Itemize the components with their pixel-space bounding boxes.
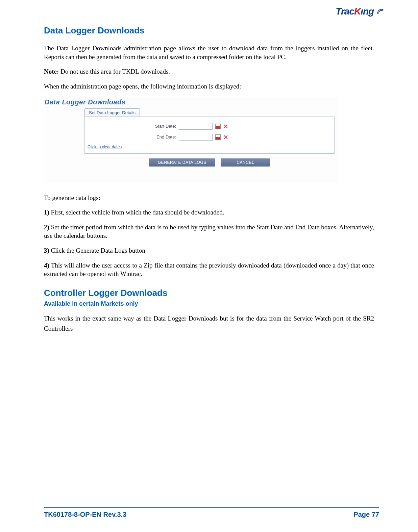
steps-intro: To generate data logs: [44,194,374,202]
step-1-text: First, select the vehicle from which the… [49,209,224,216]
note-paragraph: Note: Do not use this area for TKDL down… [44,67,374,76]
step-3: 3) Click the Generate Data Logs button. [44,246,374,255]
start-date-row: Start Date: [152,123,228,130]
button-bar: GENERATE DATA LOGS CANCEL [84,158,335,167]
clear-icon[interactable] [223,124,228,129]
cancel-button[interactable]: CANCEL [221,158,270,167]
step-3-text: Click the Generate Data Logs button. [49,247,147,254]
calendar-icon[interactable] [215,124,221,129]
step-2-text: Set the timer period from which the data… [44,224,374,239]
content-area: Data Logger Downloads The Data Logger Do… [44,7,374,334]
document-page: TracKıng Data Logger Downloads The Data … [0,0,418,532]
intro-paragraph: The Data Logger Downloads administration… [44,44,374,61]
logo-part2: K [354,6,361,17]
step-4-label: 4) [44,262,49,269]
note-text: Do not use this area for TKDL downloads. [59,68,170,75]
footer-page-number: 77 [372,511,379,518]
step-1-label: 1) [44,209,49,216]
subheading-markets: Available in certain Markets only [44,300,374,307]
clear-icon[interactable] [223,135,228,140]
heading-controller-logger: Controller Logger Downloads [44,288,374,298]
footer-page-label: Page [353,511,371,518]
clear-dates-link[interactable]: Click to clear dates [88,145,122,149]
start-date-input[interactable] [179,123,213,130]
end-date-label: End Date: [152,134,176,140]
step-2: 2) Set the timer period from which the d… [44,223,374,240]
panel-title: Data Logger Downloads [44,97,338,106]
step-3-label: 3) [44,247,49,254]
footer-doc-id: TK60178-8-OP-EN Rev.3.3 [44,511,126,518]
step-4: 4) This will allow the user access to a … [44,261,374,278]
controller-paragraph: This works in the exact same way as the … [44,313,374,334]
step-2-label: 2) [44,224,49,231]
panel-wrap: Set Data Logger Details Start Date: End … [84,108,335,167]
details-box: Start Date: End Date: Click to clear dat… [84,117,335,154]
page-footer: TK60178-8-OP-EN Rev.3.3 Page 77 [44,507,379,518]
lead-in-paragraph: When the administration page opens, the … [44,82,374,91]
heading-data-logger: Data Logger Downloads [44,25,374,36]
logo-part1: Trac [336,6,354,17]
tab-set-details[interactable]: Set Data Logger Details [84,108,140,117]
generate-button[interactable]: GENERATE DATA LOGS [149,158,215,167]
end-date-row: End Date: [152,134,228,141]
step-1: 1) First, select the vehicle from which … [44,208,374,217]
brand-logo: TracKıng [336,6,384,18]
footer-page: Page 77 [353,511,379,518]
step-4-text: This will allow the user access to a Zip… [44,262,374,278]
calendar-icon[interactable] [215,134,221,140]
logo-part3: ıng [361,6,374,17]
embedded-screenshot: Data Logger Downloads Set Data Logger De… [44,97,338,183]
logo-arc-icon [377,7,384,18]
start-date-label: Start Date: [152,124,176,129]
end-date-input[interactable] [179,134,213,141]
note-label: Note: [44,68,59,75]
